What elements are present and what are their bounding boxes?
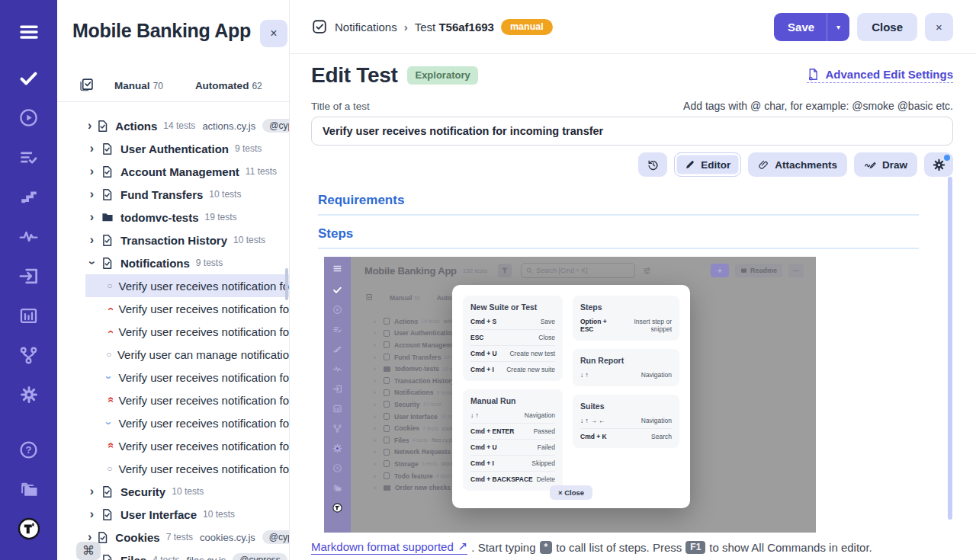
mini-doc-icon — [384, 318, 390, 325]
tree-suite-security[interactable]: ›Security10 tests — [57, 480, 289, 503]
chevron-icon[interactable]: › — [88, 187, 96, 201]
notification-dot — [944, 155, 950, 161]
tree-test-item[interactable]: ○Verify user receives notification fo — [85, 274, 289, 297]
test-label: Verify user receives notification fo — [119, 371, 289, 384]
breadcrumb-section[interactable]: Notifications — [335, 21, 397, 34]
editor-toolbar: Editor Attachments Draw — [311, 152, 953, 177]
chevron-icon[interactable]: › — [88, 233, 96, 247]
suite-label: todomvc-tests — [120, 211, 199, 224]
settings-gear-icon[interactable] — [15, 381, 43, 408]
page-title: Edit Test — [311, 63, 397, 88]
steps-heading[interactable]: Steps — [318, 226, 919, 242]
suite-test-count: 10 tests — [172, 486, 204, 497]
tree-suite-transaction-history[interactable]: ›Transaction History10 tests — [57, 229, 289, 251]
projects-icon[interactable] — [15, 475, 43, 503]
mini-sliders-icon — [643, 267, 651, 275]
tree-suite-notifications[interactable]: ›Notifications9 tests — [57, 251, 289, 274]
doc-icon — [101, 188, 114, 201]
close-button[interactable]: Close — [857, 13, 917, 41]
tree-test-item[interactable]: »Verify user receives notification fo — [85, 434, 289, 457]
doc-icon — [97, 531, 108, 544]
chevron-icon[interactable]: › — [85, 259, 99, 267]
tree-test-item[interactable]: ›Verify user receives notification fo — [85, 366, 289, 389]
suite-label: Actions — [115, 120, 157, 133]
section-divider — [318, 214, 919, 216]
chevron-icon[interactable]: › — [88, 485, 96, 498]
shortcut-row: Cmd + ISkipped — [470, 456, 555, 472]
chevron-icon[interactable]: › — [88, 142, 96, 155]
mini-doc-icon — [384, 377, 390, 384]
chevron-icon[interactable]: › — [88, 210, 96, 224]
breadcrumb: Notifications › Test T56af1693 manual — [311, 18, 553, 35]
panel-close-button[interactable]: × — [260, 20, 287, 47]
test-plans-icon[interactable] — [15, 143, 43, 171]
test-title-input[interactable] — [311, 117, 953, 146]
tab-editor[interactable]: Editor — [674, 152, 741, 177]
mini-folder-icon — [384, 485, 390, 491]
test-status-icon: › — [103, 327, 116, 336]
history-button[interactable] — [638, 152, 667, 177]
gear-icon — [933, 158, 946, 171]
tree-test-item[interactable]: »Verify user receives notification fo — [85, 389, 289, 411]
tree-suite-user-interface[interactable]: ›User Interface10 tests — [57, 503, 289, 526]
mini-folder-icon — [384, 366, 390, 372]
analytics-icon[interactable] — [15, 302, 43, 329]
editor-settings-button[interactable] — [924, 152, 953, 177]
panel-scrollbar-thumb[interactable] — [285, 268, 288, 300]
mini-logo-icon — [332, 502, 343, 513]
tab-draw[interactable]: Draw — [854, 152, 917, 177]
shortcut-row: ↓ ↑Navigation — [580, 367, 672, 382]
shortcut-row: Cmd + UCreate new test — [470, 346, 555, 362]
tests-check-icon[interactable] — [15, 64, 43, 91]
suite-label: User Authentication — [120, 142, 229, 155]
svg-text:?: ? — [26, 444, 32, 456]
mini-filter-icon — [498, 264, 512, 277]
import-icon[interactable] — [15, 262, 43, 290]
chevron-icon[interactable]: › — [88, 165, 96, 178]
tree-test-item[interactable]: ○Verify user can manage notificatio — [85, 343, 289, 366]
tab-automated[interactable]: Automated62 — [195, 78, 262, 92]
run-icon[interactable] — [15, 104, 43, 131]
hamburger-menu-icon[interactable] — [15, 18, 43, 46]
chevron-icon[interactable]: › — [88, 507, 96, 521]
tree-suite-fund-transfers[interactable]: ›Fund Transfers10 tests — [57, 183, 289, 206]
advanced-edit-settings-link[interactable]: Advanced Edit Settings — [807, 68, 953, 83]
main-scrollbar-thumb[interactable] — [948, 177, 952, 520]
pulse-icon[interactable] — [15, 222, 43, 250]
history-icon — [647, 158, 660, 171]
tree-test-item[interactable]: ›Verify user receives notification fo — [85, 320, 289, 343]
test-label: Verify user receives notification fo — [119, 325, 289, 338]
doc-icon — [101, 234, 114, 247]
tab-attachments[interactable]: Attachments — [748, 152, 847, 177]
chevron-icon[interactable]: › — [88, 119, 92, 133]
dismiss-button[interactable]: × — [925, 13, 953, 41]
project-title: Mobile Banking App — [72, 20, 289, 42]
tree-suite-actions[interactable]: ›Actions14 testsactions.cy.js@cypre — [57, 114, 289, 137]
steps-icon[interactable] — [15, 183, 43, 210]
tree-suite-user-authentication[interactable]: ›User Authentication9 tests — [57, 137, 289, 160]
test-label: Verify user receives notification fo — [119, 462, 289, 475]
suite-file: actions.cy.js — [202, 120, 255, 132]
mini-doc-icon — [384, 354, 390, 360]
save-button[interactable]: Save ▾ — [774, 13, 849, 41]
mini-doc-icon — [384, 341, 390, 348]
save-dropdown-caret-icon[interactable]: ▾ — [827, 13, 849, 41]
test-status-icon: » — [104, 441, 116, 450]
markdown-link[interactable]: Markdown format supported ↗ — [311, 539, 467, 555]
logo-icon[interactable] — [15, 515, 43, 542]
suite-test-count: 4 tests — [152, 555, 179, 560]
test-status-icon: » — [104, 395, 116, 405]
requirements-section: Requirements — [318, 193, 919, 216]
tree-suite-todomvc-tests[interactable]: ›todomvc-tests19 tests — [57, 206, 289, 229]
tree-suite-account-management[interactable]: ›Account Management11 tests — [57, 160, 289, 183]
tree-test-item[interactable]: ○Verify user receives notification fo — [85, 457, 289, 480]
breadcrumb-test: Test T56af1693 — [415, 21, 494, 34]
branches-icon[interactable] — [15, 341, 43, 369]
tree-test-item[interactable]: ›Verify user receives notification fo — [85, 411, 289, 434]
shortcut-row: Cmd + SSave — [470, 314, 555, 330]
help-icon[interactable]: ? — [15, 436, 43, 463]
tree-test-item[interactable]: ›Verify user receives notification fo — [85, 297, 289, 320]
requirements-heading[interactable]: Requirements — [318, 193, 919, 208]
mini-doc-icon — [384, 425, 390, 432]
tab-manual[interactable]: Manual70 — [114, 78, 163, 92]
